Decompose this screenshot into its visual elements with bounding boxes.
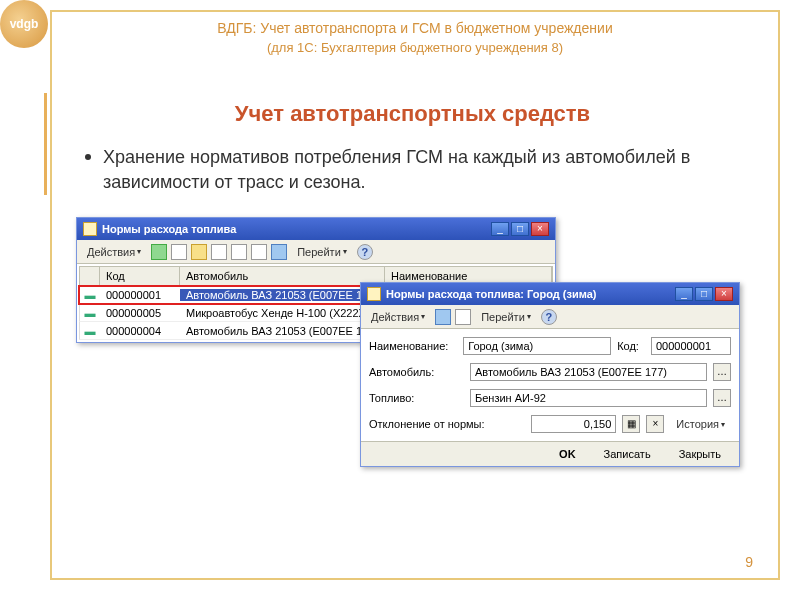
lookup-button[interactable]: … — [713, 389, 731, 407]
goto-menu[interactable]: Перейти▾ — [475, 309, 537, 325]
toolbar: Действия▾ Перейти▾ ? — [77, 240, 555, 264]
calculator-button[interactable]: ▦ — [622, 415, 640, 433]
maximize-button[interactable]: □ — [695, 287, 713, 301]
row-marker-icon: ▬ — [80, 307, 100, 319]
titlebar[interactable]: Нормы расхода топлива: Город (зима) _ □ … — [361, 283, 739, 305]
window-title: Нормы расхода топлива — [102, 223, 491, 235]
deviation-input[interactable] — [531, 415, 616, 433]
edit-icon[interactable] — [191, 244, 207, 260]
history-button[interactable]: История▾ — [670, 416, 731, 432]
header-subtitle: (для 1С: Бухгалтерия бюджетного учрежден… — [52, 40, 778, 63]
goto-menu[interactable]: Перейти▾ — [291, 244, 353, 260]
save-button[interactable]: Записать — [594, 446, 661, 462]
titlebar[interactable]: Нормы расхода топлива _ □ × — [77, 218, 555, 240]
window-fuel-norm-edit: Нормы расхода топлива: Город (зима) _ □ … — [360, 282, 740, 467]
bullet-icon — [85, 154, 91, 160]
ok-button[interactable]: OK — [549, 446, 586, 462]
section-text: Хранение нормативов потребления ГСМ на к… — [77, 145, 748, 195]
help-icon[interactable]: ? — [541, 309, 557, 325]
clear-button[interactable]: × — [646, 415, 664, 433]
chevron-down-icon: ▾ — [421, 312, 425, 321]
label-name: Наименование: — [369, 340, 457, 352]
chevron-down-icon: ▾ — [137, 247, 141, 256]
row-marker-icon: ▬ — [80, 325, 100, 337]
chevron-down-icon: ▾ — [343, 247, 347, 256]
help-icon[interactable]: ? — [357, 244, 373, 260]
dialog-buttons: OK Записать Закрыть — [361, 441, 739, 466]
close-button[interactable]: × — [531, 222, 549, 236]
label-fuel: Топливо: — [369, 392, 464, 404]
chevron-down-icon: ▾ — [527, 312, 531, 321]
refresh-icon[interactable] — [251, 244, 267, 260]
col-auto[interactable]: Автомобиль — [180, 267, 385, 285]
delete-icon[interactable] — [211, 244, 227, 260]
col-code[interactable]: Код — [100, 267, 180, 285]
close-button[interactable]: × — [715, 287, 733, 301]
actions-menu[interactable]: Действия▾ — [365, 309, 431, 325]
actions-menu[interactable]: Действия▾ — [81, 244, 147, 260]
add-icon[interactable] — [151, 244, 167, 260]
close-button[interactable]: Закрыть — [669, 446, 731, 462]
auto-input[interactable] — [470, 363, 707, 381]
brand-logo: vdgb — [0, 0, 48, 48]
filter-icon[interactable] — [231, 244, 247, 260]
fuel-input[interactable] — [470, 389, 707, 407]
label-deviation: Отклонение от нормы: — [369, 418, 494, 430]
name-input[interactable] — [463, 337, 611, 355]
header-title: ВДГБ: Учет автотранспорта и ГСМ в бюджет… — [52, 12, 778, 40]
section-title: Учет автотранспортных средств — [77, 93, 748, 145]
page-number: 9 — [745, 554, 753, 570]
save-icon[interactable] — [435, 309, 451, 325]
content-block: Учет автотранспортных средств Хранение н… — [44, 93, 778, 195]
label-auto: Автомобиль: — [369, 366, 464, 378]
window-icon — [367, 287, 381, 301]
row-marker-icon: ▬ — [80, 289, 100, 301]
window-title: Нормы расхода топлива: Город (зима) — [386, 288, 675, 300]
add-copy-icon[interactable] — [171, 244, 187, 260]
toolbar: Действия▾ Перейти▾ ? — [361, 305, 739, 329]
section-text-content: Хранение нормативов потребления ГСМ на к… — [103, 147, 690, 192]
minimize-button[interactable]: _ — [491, 222, 509, 236]
label-code: Код: — [617, 340, 645, 352]
window-icon — [83, 222, 97, 236]
chevron-down-icon: ▾ — [721, 420, 725, 429]
minimize-button[interactable]: _ — [675, 287, 693, 301]
lookup-button[interactable]: … — [713, 363, 731, 381]
refresh-icon[interactable] — [455, 309, 471, 325]
sort-icon[interactable] — [271, 244, 287, 260]
code-input[interactable] — [651, 337, 731, 355]
maximize-button[interactable]: □ — [511, 222, 529, 236]
